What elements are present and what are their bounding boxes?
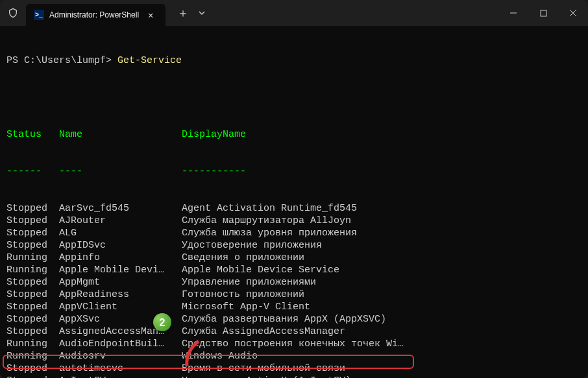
service-row: RunningApple Mobile Devi…Apple Mobile De…	[6, 264, 582, 276]
terminal-output[interactable]: PS C:\Users\lumpf> Get-Service StatusNam…	[0, 26, 588, 378]
service-row: StoppedAppXSvcСлужба развертывания AppX …	[6, 313, 582, 325]
close-tab-icon[interactable]: ✕	[144, 8, 157, 22]
shield-icon	[0, 8, 26, 18]
service-row: StoppedAppIDSvcУдостоверение приложения	[6, 239, 582, 252]
minimize-button[interactable]	[498, 0, 528, 26]
window-controls	[498, 0, 588, 26]
header-name: Name	[59, 128, 182, 141]
maximize-button[interactable]	[528, 0, 558, 26]
prompt: PS C:\Users\lumpf>	[6, 55, 117, 66]
new-tab-button[interactable]: ＋	[172, 3, 194, 23]
service-row: RunningAudiosrvWindows Audio	[6, 350, 582, 362]
header-status: Status	[6, 128, 59, 141]
service-row: StoppedautotimesvcВремя в сети мобильной…	[6, 362, 582, 375]
terminal-window: >_ Administrator: PowerShell ✕ ＋ PS C:\U…	[0, 0, 588, 378]
service-row: RunningAudioEndpointBuil…Средство постро…	[6, 338, 582, 350]
tab-powershell[interactable]: >_ Administrator: PowerShell ✕	[26, 4, 165, 26]
service-row: StoppedAppReadinessГотовность приложений	[6, 289, 582, 301]
service-row: StoppedAppVClientMicrosoft App-V Client	[6, 301, 582, 313]
header-displayname: DisplayName	[182, 128, 246, 141]
close-window-button[interactable]	[558, 0, 588, 26]
chevron-down-icon[interactable]	[198, 9, 206, 17]
service-row: StoppedAppMgmtУправление приложениями	[6, 276, 582, 289]
powershell-icon: >_	[34, 10, 44, 20]
service-row: RunningAppinfoСведения о приложении	[6, 252, 582, 264]
svg-rect-1	[541, 10, 546, 16]
titlebar: >_ Administrator: PowerShell ✕ ＋	[0, 0, 588, 26]
tab-title: Administrator: PowerShell	[49, 10, 139, 19]
command: Get-Service	[117, 55, 182, 66]
service-row: StoppedAarSvc_fd545Agent Activation Runt…	[6, 202, 582, 215]
service-row: StoppedAJRouterСлужба маршрутизатора All…	[6, 215, 582, 227]
service-row: StoppedALGСлужба шлюза уровня приложения	[6, 227, 582, 239]
service-row: StoppedAxInstSVУстановщик ActiveX (AxIns…	[6, 375, 582, 378]
service-row: StoppedAssignedAccessMan…Служба Assigned…	[6, 325, 582, 338]
callout-arrow-icon	[144, 326, 205, 378]
